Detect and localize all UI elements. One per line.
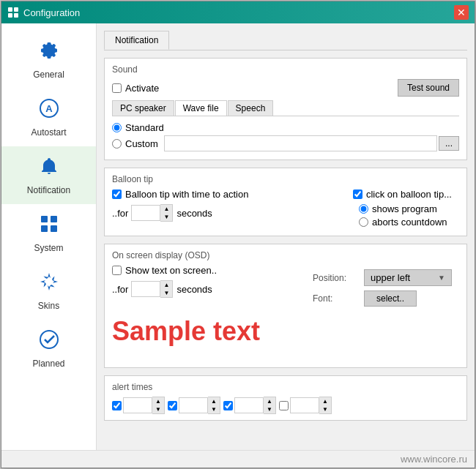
alert-checkbox-0[interactable] (112, 401, 122, 410)
sound-title: Sound (112, 64, 459, 75)
test-sound-button[interactable]: Test sound (398, 79, 459, 97)
for-spin-up[interactable]: ▲ (160, 205, 172, 213)
close-button[interactable]: ✕ (454, 5, 469, 20)
sub-tabs: PC speaker Wave file Speech (112, 100, 459, 116)
osd-seconds-label: seconds (176, 284, 212, 295)
sidebar-item-notification[interactable]: Notification (1, 146, 96, 204)
svg-point-18 (40, 331, 58, 348)
alert-value-2[interactable]: 2 (234, 397, 264, 413)
activate-label: Activate (125, 83, 159, 94)
alert-section: alert times 10 ▲ ▼ (104, 375, 467, 421)
footer-url: www.wincore.ru (401, 454, 467, 465)
osd-for-spinner: 15 ▲ ▼ (131, 280, 173, 298)
window-body: General A Autostart Noti (1, 23, 475, 450)
standard-label: Standard (125, 122, 164, 133)
sidebar-label-autostart: Autostart (31, 127, 66, 138)
alert-spin-down-3[interactable]: ▼ (319, 405, 331, 413)
tab-bar: Notification (104, 31, 467, 50)
alert-item-2: 2 ▲ ▼ (223, 397, 276, 414)
alert-spin-down-1[interactable]: ▼ (208, 405, 220, 413)
alert-checkbox-1[interactable] (168, 401, 177, 410)
sidebar-item-skins[interactable]: Skins (1, 262, 96, 320)
planned-icon (38, 329, 60, 356)
alert-spinner-0: 10 ▲ ▼ (123, 397, 165, 414)
sample-text: Sample text (112, 301, 260, 361)
alert-items-row: 10 ▲ ▼ 5 ▲ (112, 397, 459, 414)
shows-program-radio[interactable] (359, 204, 368, 214)
show-text-label: Show text on screen.. (125, 265, 217, 276)
font-row: Font: select.. (313, 290, 452, 307)
custom-radio-row: Custom ... (112, 135, 459, 151)
alert-item-1: 5 ▲ ▼ (168, 397, 220, 414)
custom-label: Custom (125, 138, 158, 149)
osd-for-value-input[interactable]: 15 (131, 281, 160, 297)
alert-item-3: 1 ▲ ▼ (279, 397, 332, 414)
sidebar-item-autostart[interactable]: A Autostart (1, 89, 96, 146)
osd-spin-up[interactable]: ▲ (160, 281, 172, 289)
autostart-icon: A (38, 97, 60, 124)
alert-checkbox-2[interactable] (223, 401, 233, 410)
for-spinner: 10 ▲ ▼ (131, 204, 173, 222)
for-label: ..for (112, 208, 128, 219)
font-select-button[interactable]: select.. (364, 290, 417, 307)
chevron-down-icon: ▼ (438, 274, 445, 282)
main-window: Configuration ✕ General A (1, 1, 475, 468)
alert-spin-up-3[interactable]: ▲ (319, 397, 331, 405)
position-row: Position: upper left ▼ (313, 269, 452, 286)
osd-for-label: ..for (112, 284, 128, 295)
browse-button[interactable]: ... (439, 136, 459, 151)
svg-marker-15 (50, 285, 55, 288)
for-spin-down[interactable]: ▼ (160, 213, 172, 221)
shows-program-label: shows program (372, 203, 437, 214)
show-text-checkbox[interactable] (112, 266, 122, 275)
position-select[interactable]: upper left ▼ (364, 269, 452, 286)
alert-item-0: 10 ▲ ▼ (112, 397, 165, 414)
custom-radio[interactable] (112, 139, 122, 149)
main-content: Notification Sound Activate Test sound P… (97, 23, 475, 450)
sub-tab-speech[interactable]: Speech (228, 100, 274, 116)
alert-value-1[interactable]: 5 (179, 397, 208, 413)
shows-program-row: shows program (359, 203, 452, 214)
tab-notification[interactable]: Notification (104, 31, 169, 50)
alert-spin-down-0[interactable]: ▼ (152, 405, 164, 413)
sidebar-label-notification: Notification (27, 185, 70, 195)
position-label: Position: (313, 273, 364, 283)
alert-spin-up-0[interactable]: ▲ (152, 397, 164, 405)
sub-tab-wave-file[interactable]: Wave file (175, 100, 227, 116)
aborts-countdown-label: aborts countdown (372, 217, 447, 228)
alert-title: alert times (112, 382, 459, 392)
osd-spin-down[interactable]: ▼ (160, 289, 172, 297)
alert-spin-btns-3: ▲ ▼ (319, 397, 332, 414)
alert-spinner-3: 1 ▲ ▼ (290, 397, 332, 414)
svg-marker-14 (52, 277, 55, 282)
activate-row: Activate Test sound (112, 79, 459, 97)
balloon-tip-row: Balloon tip with time to action (112, 189, 248, 200)
custom-file-input[interactable] (164, 135, 437, 151)
sidebar-item-planned[interactable]: Planned (1, 320, 96, 378)
gear-icon (38, 40, 60, 67)
balloon-tip-label: Balloon tip with time to action (125, 189, 248, 200)
alert-spinner-2: 2 ▲ ▼ (234, 397, 276, 414)
alert-spin-down-2[interactable]: ▼ (264, 405, 275, 413)
alert-checkbox-3[interactable] (279, 401, 289, 410)
sound-section: Sound Activate Test sound PC speaker Wav… (104, 58, 467, 160)
alert-spin-btns-1: ▲ ▼ (208, 397, 220, 414)
sidebar-item-system[interactable]: System (1, 204, 96, 262)
svg-rect-7 (51, 216, 57, 222)
alert-value-3[interactable]: 1 (290, 397, 319, 413)
activate-checkbox[interactable] (112, 83, 122, 93)
alert-value-0[interactable]: 10 (123, 397, 152, 413)
click-balloon-checkbox[interactable] (353, 190, 362, 199)
alert-spin-btns-2: ▲ ▼ (264, 397, 276, 414)
standard-radio[interactable] (112, 123, 122, 132)
alert-spin-up-2[interactable]: ▲ (264, 397, 275, 405)
aborts-countdown-radio[interactable] (359, 217, 368, 227)
for-value-input[interactable]: 10 (131, 205, 160, 221)
sidebar-label-skins: Skins (38, 301, 59, 311)
skins-icon (38, 271, 60, 298)
balloon-tip-checkbox[interactable] (112, 190, 122, 199)
sub-tab-pc-speaker[interactable]: PC speaker (112, 100, 174, 116)
sidebar-item-general[interactable]: General (1, 31, 96, 89)
sidebar-label-general: General (33, 70, 64, 80)
alert-spin-up-1[interactable]: ▲ (208, 397, 220, 405)
